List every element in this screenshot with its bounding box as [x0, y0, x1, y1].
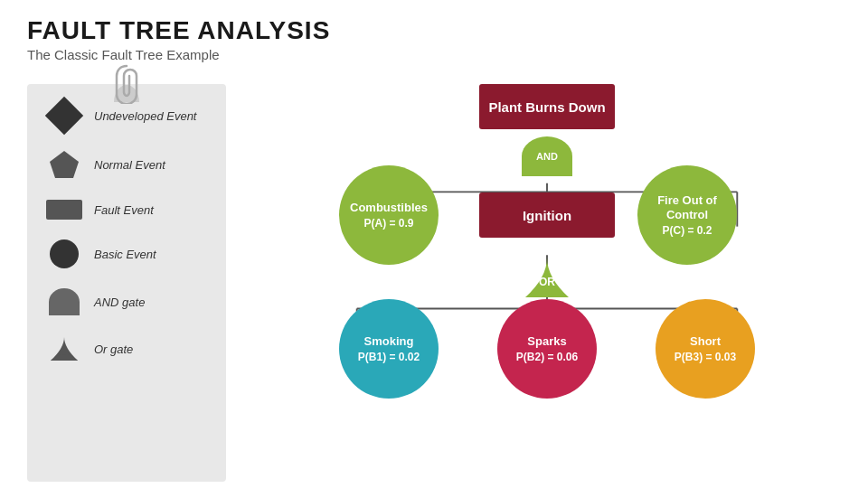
sparks-circle: Sparks P(B2) = 0.06 [497, 299, 597, 399]
or-gate-shape [42, 335, 87, 362]
combustibles-node: Combustibles P(A) = 0.9 [339, 165, 439, 265]
legend-item-basic: Basic Event [42, 239, 212, 268]
and-gate-node: AND [522, 136, 572, 176]
diamond-icon [45, 97, 83, 135]
header: FAULT TREE ANALYSIS The Classic Fault Tr… [0, 0, 868, 66]
fire-out-of-control-node: Fire Out of Control P(C) = 0.2 [637, 165, 737, 265]
circle-icon [50, 239, 79, 268]
normal-label: Normal Event [94, 158, 165, 172]
page-title: FAULT TREE ANALYSIS [27, 16, 841, 45]
legend-item-or: Or gate [42, 335, 212, 362]
fault-shape [42, 200, 87, 220]
fault-label: Fault Event [94, 203, 154, 217]
and-label: AND gate [94, 296, 145, 309]
rectangle-icon [46, 200, 82, 220]
fault-tree-diagram: Plant Burns Down AND Combustibles P(A) =… [253, 75, 841, 482]
and-gate-shape [42, 288, 87, 315]
short-circle: Short P(B3) = 0.03 [656, 299, 755, 399]
short-node: Short P(B3) = 0.03 [656, 299, 755, 399]
basic-shape [42, 239, 87, 268]
sparks-node: Sparks P(B2) = 0.06 [497, 299, 597, 399]
fire-circle: Fire Out of Control P(C) = 0.2 [637, 165, 737, 265]
page-subtitle: The Classic Fault Tree Example [27, 47, 841, 62]
smoking-node: Smoking P(B1) = 0.02 [339, 299, 439, 399]
legend-item-normal: Normal Event [42, 149, 212, 180]
and-gate-icon [49, 288, 80, 315]
undeveloped-label: Undeveloped Event [94, 109, 196, 123]
pentagon-icon [48, 149, 80, 180]
svg-marker-0 [50, 151, 79, 178]
combustibles-circle: Combustibles P(A) = 0.9 [339, 165, 439, 265]
normal-shape [42, 149, 87, 180]
legend-card: Undeveloped Event Normal Event Fault Eve… [27, 84, 226, 482]
or-label: Or gate [94, 343, 133, 356]
legend-item-and: AND gate [42, 288, 212, 315]
svg-text:OR: OR [539, 276, 555, 288]
or-gate-node: OR [522, 254, 572, 299]
smoking-circle: Smoking P(B1) = 0.02 [339, 299, 439, 399]
paperclip-icon [113, 64, 140, 108]
plant-burns-down-node: Plant Burns Down [479, 84, 615, 129]
ignition-node: Ignition [479, 192, 615, 238]
basic-label: Basic Event [94, 248, 156, 261]
or-gate-icon [49, 335, 80, 362]
content-area: Undeveloped Event Normal Event Fault Eve… [0, 66, 868, 482]
undeveloped-shape [42, 102, 87, 129]
legend-item-fault: Fault Event [42, 200, 212, 220]
